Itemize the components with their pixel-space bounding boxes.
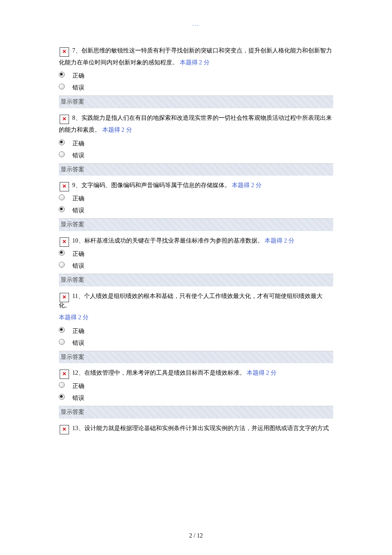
option-label: 错误 — [72, 150, 84, 162]
score-label: 本题得 2 分 — [263, 237, 295, 244]
option-true-row[interactable]: 正确 — [59, 380, 333, 392]
show-answer-button[interactable]: 显示答案 — [59, 274, 333, 286]
question-7: 7、创新思维的敏锐性这一特质有利于寻找创新的突破口和突变点，提升创新人格化能力和… — [59, 46, 333, 108]
score-label: 本题得 2 分 — [101, 127, 132, 133]
option-label: 正确 — [72, 325, 84, 337]
question-text: 13、设计能力就是根据理论基础和实例条件计算出实现实例的方法，并运用图纸或语言文… — [59, 424, 333, 433]
show-answer-button[interactable]: 显示答案 — [59, 406, 333, 418]
radio-unselected-icon[interactable] — [59, 151, 65, 157]
radio-selected-icon[interactable] — [59, 250, 65, 256]
options-group: 正确 错误 — [59, 248, 333, 272]
question-9: 9、文字编码、图像编码和声音编码等属于信息的存储媒体。 本题得 2 分 正确 错… — [59, 181, 333, 231]
header-dashes: --- — [59, 21, 333, 29]
option-true-row[interactable]: 正确 — [59, 248, 333, 260]
score-label: 本题得 2 分 — [245, 370, 277, 376]
radio-unselected-icon[interactable] — [59, 262, 65, 268]
page-footer: 2 / 12 — [0, 531, 392, 541]
radio-selected-icon[interactable] — [59, 327, 65, 333]
option-label: 正确 — [72, 380, 84, 392]
option-false-row[interactable]: 错误 — [59, 150, 333, 162]
option-false-row[interactable]: 错误 — [59, 205, 333, 217]
option-label: 正确 — [72, 248, 84, 260]
option-label: 错误 — [72, 337, 84, 349]
show-answer-button[interactable]: 显示答案 — [59, 163, 333, 176]
options-group: 正确 错误 — [59, 193, 333, 217]
broken-image-icon — [60, 425, 69, 434]
option-false-row[interactable]: 错误 — [59, 392, 333, 404]
show-answer-button[interactable]: 显示答案 — [59, 95, 333, 108]
question-number: 8、 — [72, 115, 81, 121]
option-false-row[interactable]: 错误 — [59, 82, 333, 94]
radio-selected-icon[interactable] — [59, 139, 65, 145]
option-true-row[interactable]: 正确 — [59, 138, 333, 150]
radio-unselected-icon[interactable] — [59, 84, 65, 90]
score-label: 本题得 2 分 — [59, 313, 333, 322]
question-text: 11、个人绩效是组织绩效的根本和基础，只有使个人工作绩效最大化，才有可能使组织绩… — [59, 292, 333, 323]
option-true-row[interactable]: 正确 — [59, 325, 333, 337]
option-true-row[interactable]: 正确 — [59, 193, 333, 205]
question-number: 11、 — [72, 293, 84, 299]
option-label: 错误 — [72, 260, 84, 272]
page-sep: / — [192, 532, 197, 539]
question-number: 13、 — [72, 425, 84, 431]
page: --- 7、创新思维的敏锐性这一特质有利于寻找创新的突破口和突变点，提升创新人格… — [0, 0, 392, 555]
broken-image-icon — [60, 370, 69, 379]
radio-selected-icon[interactable] — [59, 206, 65, 212]
score-label: 本题得 2 分 — [231, 182, 262, 188]
radio-selected-icon[interactable] — [59, 394, 65, 400]
question-13: 13、设计能力就是根据理论基础和实例条件计算出实现实例的方法，并运用图纸或语言文… — [59, 424, 333, 433]
options-group: 正确 错误 — [59, 138, 333, 162]
option-true-row[interactable]: 正确 — [59, 70, 333, 82]
question-number: 7、 — [72, 47, 81, 54]
question-number: 10、 — [72, 237, 84, 244]
question-text: 10、标杆基准法成功的关键在于寻找业界最佳标准作为参照的基准数据。 本题得 2 … — [59, 236, 333, 246]
show-answer-button[interactable]: 显示答案 — [59, 218, 333, 231]
broken-image-icon — [60, 293, 69, 302]
options-group: 正确 错误 — [59, 70, 333, 94]
question-text: 9、文字编码、图像编码和声音编码等属于信息的存储媒体。 本题得 2 分 — [59, 181, 333, 190]
option-false-row[interactable]: 错误 — [59, 337, 333, 349]
options-group: 正确 错误 — [59, 380, 333, 404]
radio-unselected-icon[interactable] — [59, 339, 65, 345]
question-11: 11、个人绩效是组织绩效的根本和基础，只有使个人工作绩效最大化，才有可能使组织绩… — [59, 292, 333, 364]
option-label: 错误 — [72, 392, 84, 404]
broken-image-icon — [60, 47, 69, 57]
question-text: 8、实践能力是指人们在有目的地探索和改造现实世界的一切社会性客观物质活动过程中所… — [59, 113, 333, 135]
page-current: 2 — [189, 532, 192, 539]
radio-unselected-icon[interactable] — [59, 194, 65, 200]
question-text: 7、创新思维的敏锐性这一特质有利于寻找创新的突破口和突变点，提升创新人格化能力和… — [59, 46, 333, 68]
question-number: 12、 — [72, 370, 84, 376]
page-total: 12 — [197, 532, 203, 539]
option-label: 正确 — [72, 138, 84, 150]
option-false-row[interactable]: 错误 — [59, 260, 333, 272]
option-label: 错误 — [72, 82, 84, 94]
question-12: 12、在绩效管理中，用来考评的工具是绩效目标而不是绩效标准。 本题得 2 分 正… — [59, 368, 333, 419]
option-label: 错误 — [72, 205, 84, 217]
radio-selected-icon[interactable] — [59, 72, 65, 78]
score-label: 本题得 2 分 — [178, 59, 210, 66]
question-10: 10、标杆基准法成功的关键在于寻找业界最佳标准作为参照的基准数据。 本题得 2 … — [59, 236, 333, 286]
radio-unselected-icon[interactable] — [59, 382, 65, 388]
option-label: 正确 — [72, 193, 84, 205]
question-text: 12、在绩效管理中，用来考评的工具是绩效目标而不是绩效标准。 本题得 2 分 — [59, 368, 333, 378]
option-label: 正确 — [72, 70, 84, 82]
question-number: 9、 — [72, 182, 81, 188]
show-answer-button[interactable]: 显示答案 — [59, 351, 333, 363]
broken-image-icon — [60, 182, 69, 191]
options-group: 正确 错误 — [59, 325, 333, 349]
broken-image-icon — [60, 115, 69, 124]
broken-image-icon — [60, 237, 69, 247]
question-8: 8、实践能力是指人们在有目的地探索和改造现实世界的一切社会性客观物质活动过程中所… — [59, 113, 333, 176]
